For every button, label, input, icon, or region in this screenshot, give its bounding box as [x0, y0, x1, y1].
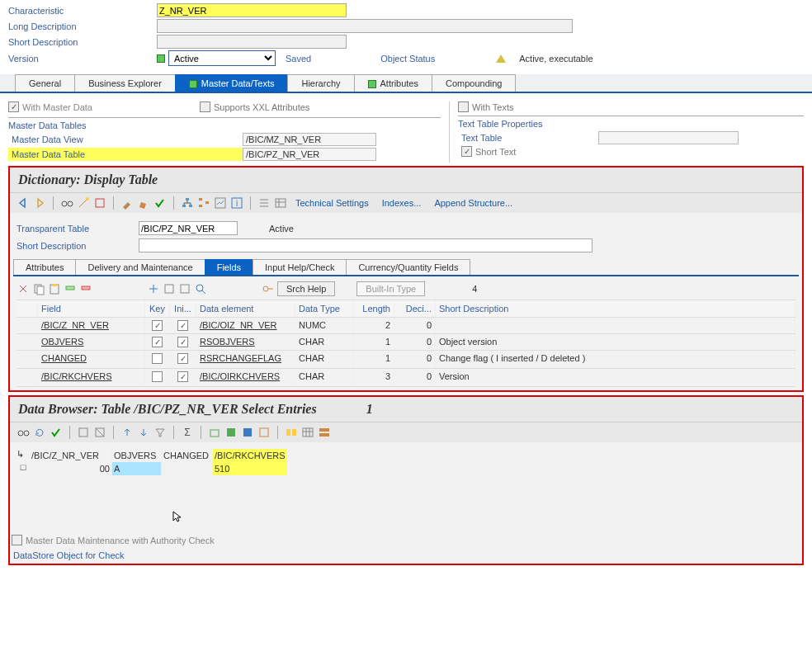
checkbox-xxl-attr[interactable] — [200, 101, 210, 112]
sum-icon[interactable]: Σ — [181, 426, 194, 439]
insert-icon[interactable] — [64, 282, 77, 295]
wand-icon[interactable] — [77, 196, 90, 210]
version-select[interactable]: Active — [168, 50, 276, 66]
checkbox-with-texts[interactable] — [458, 101, 469, 112]
dict-shortdesc-input[interactable] — [139, 238, 592, 252]
itab-attributes[interactable]: Attributes — [13, 259, 76, 275]
short-desc-cell: Change flag ( I inserted / D deleted ) — [436, 351, 795, 368]
graph-icon[interactable] — [214, 196, 227, 210]
itab-fields[interactable]: Fields — [205, 259, 253, 275]
hier-alt-icon[interactable] — [197, 196, 210, 210]
length-cell: 3 — [353, 369, 394, 386]
ini-checkbox[interactable]: ✓ — [177, 353, 188, 364]
key-checkbox[interactable] — [152, 371, 163, 382]
length-cell: 2 — [353, 318, 394, 333]
layout1-icon[interactable] — [285, 426, 298, 439]
list1-icon[interactable] — [257, 196, 271, 210]
indexes-link[interactable]: Indexes... — [377, 198, 427, 208]
hierarchy-icon[interactable] — [181, 196, 194, 210]
svg-rect-20 — [165, 285, 173, 293]
expand-all-icon[interactable] — [147, 282, 160, 295]
col-len: Length — [353, 300, 394, 317]
tab-compounding[interactable]: Compounding — [432, 74, 517, 92]
paste-icon[interactable] — [48, 282, 61, 295]
back-arrow-icon[interactable] — [17, 196, 30, 210]
table-row[interactable]: CHANGED✓RSRCHANGEFLAGCHAR10Change flag (… — [17, 351, 795, 369]
tab-hierarchy[interactable]: Hierarchy — [287, 74, 354, 92]
characteristic-input[interactable] — [157, 3, 347, 17]
check2-icon[interactable] — [50, 426, 63, 439]
tab-attributes[interactable]: Attributes — [354, 74, 432, 92]
table-row[interactable]: /BIC/RKCHVERS✓/BIC/OIRKCHVERSCHAR30Versi… — [17, 369, 795, 387]
dict-inner-tabstrip: Attributes Delivery and Maintenance Fiel… — [13, 259, 799, 276]
glasses-icon[interactable] — [60, 196, 73, 210]
data-type-cell: CHAR — [295, 334, 353, 350]
glasses2-icon[interactable] — [17, 426, 30, 439]
svg-point-24 — [18, 431, 23, 436]
delete-icon[interactable] — [79, 282, 92, 295]
forward-arrow-icon[interactable] — [33, 196, 46, 210]
technical-settings-link[interactable]: Technical Settings — [290, 198, 374, 208]
wrench-icon[interactable] — [120, 196, 134, 210]
selectall-icon[interactable] — [77, 426, 90, 439]
info-icon[interactable]: i — [230, 196, 243, 210]
layout2-icon[interactable] — [301, 426, 314, 439]
localfile-icon[interactable] — [257, 426, 271, 439]
checkbox-md-authority[interactable] — [12, 535, 22, 545]
db-row-c1: 00 — [30, 462, 112, 475]
dictionary-title: Dictionary: Display Table — [10, 168, 802, 192]
checkbox-with-master-data[interactable] — [8, 101, 19, 112]
key-checkbox[interactable] — [152, 353, 163, 364]
check-activate-icon[interactable] — [153, 196, 167, 210]
long-desc-input[interactable] — [157, 19, 573, 33]
activate-icon[interactable] — [93, 196, 106, 210]
builtin-type-button[interactable]: Built-In Type — [356, 281, 425, 296]
itab-currency[interactable]: Currency/Quantity Fields — [346, 259, 470, 275]
filter-icon[interactable] — [153, 426, 167, 439]
append-structure-link[interactable]: Append Structure... — [429, 198, 517, 208]
svg-point-1 — [68, 201, 73, 206]
key-checkbox[interactable]: ✓ — [152, 337, 163, 347]
ini-checkbox[interactable]: ✓ — [177, 337, 188, 347]
ini-checkbox[interactable]: ✓ — [177, 320, 188, 331]
svg-rect-13 — [276, 199, 286, 207]
copy-icon[interactable] — [32, 282, 45, 295]
decimals-cell: 0 — [394, 334, 436, 350]
excel-icon[interactable] — [224, 426, 238, 439]
tab-general[interactable]: General — [15, 74, 75, 92]
master-data-view-value: /BIC/MZ_NR_VER — [243, 133, 376, 146]
data-element-cell: RSOBJVERS — [196, 334, 295, 350]
refresh-icon[interactable] — [33, 426, 46, 439]
find-icon[interactable] — [194, 282, 207, 295]
checkbox-short-text[interactable] — [461, 146, 472, 157]
itab-delivery[interactable]: Delivery and Maintenance — [75, 259, 205, 275]
svg-rect-6 — [189, 205, 192, 207]
table-row[interactable]: OBJVERS✓✓RSOBJVERSCHAR10Object version — [17, 334, 795, 351]
svg-rect-19 — [82, 286, 90, 290]
col-de: Data element — [196, 300, 295, 317]
svg-point-23 — [263, 286, 268, 291]
sort-desc-icon[interactable] — [137, 426, 150, 439]
svg-text:i: i — [236, 199, 238, 208]
export-icon[interactable] — [208, 426, 221, 439]
tab-master-data-texts[interactable]: Master Data/Texts — [175, 74, 289, 92]
list2-icon[interactable] — [274, 196, 287, 210]
col1-icon[interactable] — [163, 282, 176, 295]
key-icon[interactable] — [262, 282, 275, 295]
col2-icon[interactable] — [178, 282, 191, 295]
tab-business-explorer[interactable]: Business Explorer — [74, 74, 176, 92]
table-row[interactable]: /BIC/Z_NR_VER✓✓/BIC/OIZ_NR_VERNUMC20 — [17, 318, 795, 334]
field-cell: /BIC/Z_NR_VER — [38, 318, 145, 333]
layout3-icon[interactable] — [318, 426, 331, 439]
srch-help-button[interactable]: Srch Help — [277, 281, 335, 296]
deselect-icon[interactable] — [93, 426, 106, 439]
ini-checkbox[interactable]: ✓ — [177, 371, 188, 382]
sort-asc-icon[interactable] — [120, 426, 134, 439]
word-icon[interactable] — [241, 426, 254, 439]
short-desc-input[interactable] — [157, 35, 347, 49]
pencil-icon[interactable] — [137, 196, 150, 210]
cut-icon[interactable] — [17, 282, 30, 295]
transp-table-input[interactable] — [139, 221, 238, 235]
key-checkbox[interactable]: ✓ — [152, 320, 163, 331]
itab-input-help[interactable]: Input Help/Check — [253, 259, 347, 275]
